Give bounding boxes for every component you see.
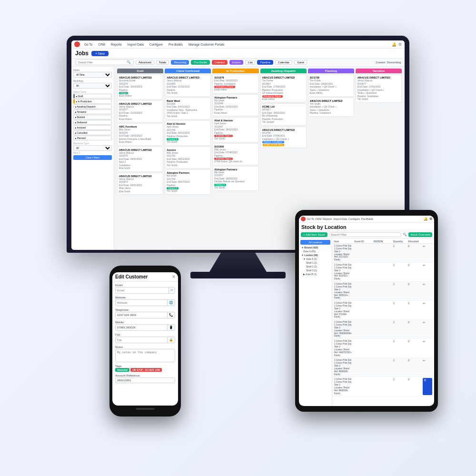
calendar-btn[interactable]: Calendar <box>275 60 292 65</box>
website-input[interactable] <box>116 300 167 305</box>
kanban-col-draft: Draft ABACUS DIRECT LIMITED Accounts Ema… <box>117 69 163 248</box>
row-alloc: 0 <box>408 245 422 261</box>
tablet-nav-reports[interactable]: Reports <box>323 218 332 220</box>
fax-input[interactable] <box>116 337 167 342</box>
mobile-input[interactable] <box>116 325 167 330</box>
advanced-btn[interactable]: Advanced <box>136 60 154 65</box>
prebuilds-btn[interactable]: Pre-Builds <box>191 60 210 65</box>
gantt-btn[interactable]: Gantt <box>294 60 307 65</box>
row-edit-icon[interactable]: ✏ <box>423 264 432 280</box>
table-row: 1 Colour Print Grp1 Colour Print Grp Sid… <box>333 377 433 396</box>
tree-aisleb[interactable]: ▶ Aisle B (1) <box>300 272 330 276</box>
card-plan-2[interactable]: ABACUS DIRECT LIMITED Tim SmithInstallat… <box>308 98 354 117</box>
filter-inprod[interactable]: ● In Production <box>73 99 112 104</box>
card-disp-2[interactable]: ACME Ltd SO1817End Date: 26/01/2022Bit o… <box>260 103 307 126</box>
card-conf-5[interactable]: Abington Partners Bill SmithSO1750End Da… <box>165 169 211 195</box>
tablet-overview-btn[interactable]: Stock Overview <box>408 232 432 237</box>
card-plan-1[interactable]: SO1738 Tim FisherEnd Date: 16/06/2021Ins… <box>308 74 354 97</box>
filter-booked[interactable]: ● Booked <box>73 115 112 119</box>
card-draft-3[interactable]: ABC Furniture Billy JonesSO1976End Date:… <box>117 123 163 146</box>
row-edit-icon[interactable]: ✏ <box>423 245 432 261</box>
filter-tentative[interactable]: ● Tentative <box>73 109 112 114</box>
card-draft-1[interactable]: ABACUS DIRECT LIMITED Accounts EmailSO19… <box>117 74 163 99</box>
tree-shelf3[interactable]: Shelf 3 (1) <box>300 268 330 272</box>
tag-seasonal[interactable]: Seasonal <box>115 368 129 372</box>
tree-shelf2[interactable]: Shelf 2 (1) <box>300 265 330 268</box>
filter-planned[interactable]: ● Planned <box>73 136 112 140</box>
card-conf-2[interactable]: Bank West SO1816End Date: 24/01/2022Inst… <box>165 98 211 120</box>
fax-input-row: 🔒 <box>115 337 175 343</box>
tree-zonea[interactable]: Zone A (45) <box>300 249 330 253</box>
card-prod-2[interactable]: Abington Partners Bill SmithSO1968End Da… <box>212 94 258 117</box>
row-edit-icon[interactable]: ✏ <box>423 340 432 357</box>
card-prod-3[interactable]: Abel & Hanson April JonesSO1967End Date:… <box>212 117 258 142</box>
nav-portals[interactable]: Manage Customer Portals <box>187 42 226 47</box>
tablet-nav-configure[interactable]: Configure <box>348 218 360 220</box>
tree-aislea[interactable]: ▼ Aisle A (1) <box>300 257 330 261</box>
workflow-select[interactable]: All <box>73 83 112 89</box>
tablet-add-btn[interactable]: + Add Item Stock <box>301 232 327 237</box>
tablet-nav-crm[interactable]: CRM <box>316 218 322 220</box>
card-prod-1[interactable]: SO1978 End Date: 14/03/2023Pipeline: Ins… <box>212 74 258 93</box>
card-disp-3[interactable]: ABACUS DIRECT LIMITED SO1766End Date: 07… <box>260 127 307 149</box>
card-draft-2[interactable]: ABACUS DIRECT LIMITED Jenny AbacusSO1977… <box>117 100 163 123</box>
card-conf-3[interactable]: Abel & Hanson April JonesSO1756End Date:… <box>165 120 211 146</box>
row-edit-icon[interactable]: ✏ <box>423 321 432 337</box>
row-edit-icon[interactable]: K <box>423 378 432 395</box>
tablet-nav-import[interactable]: Import Data <box>333 218 347 220</box>
tablet-nav-prebuilds[interactable]: Pre-Builds <box>361 218 373 220</box>
email-input[interactable] <box>116 288 169 293</box>
filter-invoiced[interactable]: ● Invoiced <box>73 125 112 130</box>
notes-input[interactable] <box>117 350 173 360</box>
filter-delivered[interactable]: ● Delivered <box>73 120 112 125</box>
search-input[interactable] <box>78 61 126 64</box>
nav-import[interactable]: Import Data <box>126 42 145 47</box>
bell-icon[interactable]: 🔔 <box>392 42 397 47</box>
col-header-production: In Production <box>212 69 258 73</box>
tablet-bell-icon[interactable]: 🔔 <box>424 217 428 221</box>
card-conf-1[interactable]: ABACUS DIRECT LIMITED Jenny AbacusSO1840… <box>165 74 211 97</box>
card-prod-4[interactable]: SO1890 Billy JonesEnd Date: 07/08/2022Pi… <box>212 143 258 165</box>
dates-select[interactable]: All Time <box>73 72 112 78</box>
tablet-search-input[interactable] <box>329 232 402 237</box>
export-btn[interactable]: Export <box>229 60 243 65</box>
nav-prebuilds[interactable]: Pre-Builds <box>167 42 184 47</box>
telephone-input[interactable] <box>116 313 167 317</box>
card-draft-5[interactable]: ABACUS DIRECT LIMITED Jenny AbacusSO1974… <box>117 173 163 195</box>
filter-dispatch[interactable]: ● Awaiting Dispatch <box>73 104 112 109</box>
gear-icon[interactable]: ⚙ <box>398 42 402 47</box>
deleted-btn[interactable]: Deleted <box>212 60 228 65</box>
filter-cancelled[interactable]: ● Cancelled <box>73 130 112 135</box>
new-button[interactable]: + New <box>91 51 109 56</box>
card-prod-5[interactable]: Abington Partners Bill SmithSO1857End Da… <box>212 166 258 191</box>
close-button[interactable]: × <box>172 274 175 279</box>
tree-bristol[interactable]: ▼ Bristol (420) <box>300 246 330 249</box>
account-ref-input[interactable] <box>116 378 175 383</box>
tree-shelf1[interactable]: Shelf 1 (1) <box>300 261 330 265</box>
filter-draft[interactable]: ● Draft <box>73 94 112 99</box>
nav-reports[interactable]: Reports <box>109 42 123 47</box>
table-row: 1 Colour Print Grp1 Colour Print Grp Sid… <box>333 358 433 377</box>
nav-goto[interactable]: Go To <box>83 42 94 47</box>
row-edit-icon[interactable]: ✏ <box>423 302 432 318</box>
card-tent-1[interactable]: ABACUS DIRECT LIMITED Jenny AbacusSO1877… <box>356 74 402 103</box>
clear-filters-btn[interactable]: Clear Filters <box>73 155 112 160</box>
tablet-gear-icon[interactable]: ⚙ <box>429 217 432 221</box>
row-edit-icon[interactable]: ✏ <box>423 283 432 299</box>
nav-crm[interactable]: CRM <box>97 42 107 47</box>
totals-btn[interactable]: Totals <box>156 60 169 65</box>
card-draft-4[interactable]: ABACUS DIRECT LIMITED Jenny AbacusSO1975… <box>117 147 163 172</box>
business-type-select[interactable]: All <box>73 145 112 151</box>
card-conf-4[interactable]: Axcess Billy JonesSO1752End Date: 06/01/… <box>165 147 211 169</box>
recurring-btn[interactable]: Recurring <box>171 60 189 65</box>
tablet-all-locations-btn[interactable]: All Locations <box>300 240 330 245</box>
table-row: 1 Colour Print Grp1 Colour Print Grp Sid… <box>333 263 433 282</box>
tree-london[interactable]: ▼ London (66) <box>300 253 330 257</box>
pipeline-btn[interactable]: Pipeline <box>257 60 273 65</box>
tablet-nav-goto[interactable]: Go To <box>307 218 314 220</box>
tag-on-stop[interactable]: ON STOP - DO NOT JOB <box>130 368 162 372</box>
nav-configure[interactable]: Configure <box>148 42 164 47</box>
card-disp-1[interactable]: ABACUS DIRECT LIMITED Tim FisherSO1914En… <box>260 74 307 102</box>
list-btn[interactable]: List <box>245 60 255 65</box>
row-edit-icon[interactable]: ✏ <box>423 359 432 376</box>
